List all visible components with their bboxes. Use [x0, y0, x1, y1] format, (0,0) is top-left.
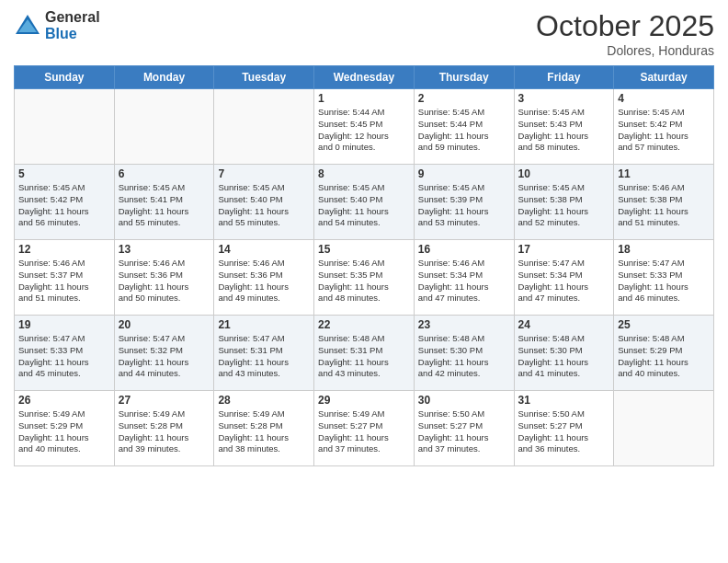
day-info: Sunrise: 5:50 AMSunset: 5:27 PMDaylight:… [418, 408, 510, 455]
calendar-day-30: 30Sunrise: 5:50 AMSunset: 5:27 PMDayligh… [414, 391, 514, 466]
calendar-day-25: 25Sunrise: 5:48 AMSunset: 5:29 PMDayligh… [614, 316, 714, 391]
day-info: Sunrise: 5:47 AMSunset: 5:31 PMDaylight:… [218, 333, 310, 380]
day-info: Sunrise: 5:47 AMSunset: 5:32 PMDaylight:… [119, 333, 210, 380]
day-info: Sunrise: 5:48 AMSunset: 5:29 PMDaylight:… [618, 333, 710, 380]
calendar-day-10: 10Sunrise: 5:45 AMSunset: 5:38 PMDayligh… [514, 165, 614, 240]
calendar-day-17: 17Sunrise: 5:47 AMSunset: 5:34 PMDayligh… [514, 240, 614, 316]
calendar-header-row: SundayMondayTuesdayWednesdayThursdayFrid… [15, 66, 714, 89]
calendar-day-27: 27Sunrise: 5:49 AMSunset: 5:28 PMDayligh… [114, 391, 214, 466]
day-number: 29 [318, 394, 410, 407]
day-number: 17 [518, 243, 610, 256]
day-number: 12 [18, 243, 110, 256]
day-info: Sunrise: 5:46 AMSunset: 5:34 PMDaylight:… [418, 258, 510, 304]
day-number: 22 [318, 318, 410, 331]
logo-icon [14, 12, 41, 40]
calendar-empty [614, 391, 714, 466]
calendar-day-13: 13Sunrise: 5:46 AMSunset: 5:36 PMDayligh… [114, 240, 214, 316]
day-number: 6 [119, 167, 210, 180]
logo-text: General Blue [45, 9, 100, 41]
calendar-header-tuesday: Tuesday [214, 66, 314, 89]
calendar-day-18: 18Sunrise: 5:47 AMSunset: 5:33 PMDayligh… [614, 240, 714, 316]
calendar-header-saturday: Saturday [614, 66, 714, 89]
calendar-day-21: 21Sunrise: 5:47 AMSunset: 5:31 PMDayligh… [214, 316, 314, 391]
day-info: Sunrise: 5:45 AMSunset: 5:38 PMDaylight:… [518, 182, 610, 229]
logo: General Blue [14, 9, 100, 41]
day-number: 15 [318, 243, 410, 256]
calendar-week-row: 12Sunrise: 5:46 AMSunset: 5:37 PMDayligh… [15, 240, 714, 316]
calendar-day-22: 22Sunrise: 5:48 AMSunset: 5:31 PMDayligh… [314, 316, 415, 391]
day-info: Sunrise: 5:44 AMSunset: 5:45 PMDaylight:… [318, 107, 410, 154]
day-info: Sunrise: 5:45 AMSunset: 5:40 PMDaylight:… [218, 182, 310, 229]
day-number: 9 [418, 167, 510, 180]
day-number: 2 [418, 92, 510, 105]
day-number: 24 [518, 318, 610, 331]
header: General Blue October 2025 Dolores, Hondu… [14, 9, 714, 58]
day-number: 10 [518, 167, 610, 180]
calendar-day-9: 9Sunrise: 5:45 AMSunset: 5:39 PMDaylight… [414, 165, 514, 240]
day-info: Sunrise: 5:45 AMSunset: 5:44 PMDaylight:… [418, 107, 510, 154]
calendar-day-24: 24Sunrise: 5:48 AMSunset: 5:30 PMDayligh… [514, 316, 614, 391]
calendar-header-sunday: Sunday [15, 66, 115, 89]
day-info: Sunrise: 5:49 AMSunset: 5:28 PMDaylight:… [119, 408, 210, 455]
day-number: 5 [18, 167, 110, 180]
calendar-empty [15, 89, 115, 165]
calendar-header-wednesday: Wednesday [314, 66, 415, 89]
calendar-day-19: 19Sunrise: 5:47 AMSunset: 5:33 PMDayligh… [15, 316, 115, 391]
day-info: Sunrise: 5:48 AMSunset: 5:30 PMDaylight:… [518, 333, 610, 380]
calendar-day-6: 6Sunrise: 5:45 AMSunset: 5:41 PMDaylight… [114, 165, 214, 240]
day-info: Sunrise: 5:49 AMSunset: 5:29 PMDaylight:… [18, 408, 110, 455]
calendar-day-1: 1Sunrise: 5:44 AMSunset: 5:45 PMDaylight… [314, 89, 415, 165]
day-number: 7 [218, 167, 310, 180]
day-info: Sunrise: 5:45 AMSunset: 5:39 PMDaylight:… [418, 182, 510, 229]
calendar-day-7: 7Sunrise: 5:45 AMSunset: 5:40 PMDaylight… [214, 165, 314, 240]
day-info: Sunrise: 5:46 AMSunset: 5:36 PMDaylight:… [119, 258, 210, 304]
day-number: 23 [418, 318, 510, 331]
day-info: Sunrise: 5:46 AMSunset: 5:35 PMDaylight:… [318, 258, 410, 304]
calendar-header-thursday: Thursday [414, 66, 514, 89]
day-info: Sunrise: 5:45 AMSunset: 5:41 PMDaylight:… [119, 182, 210, 229]
day-number: 19 [18, 318, 110, 331]
calendar-week-row: 26Sunrise: 5:49 AMSunset: 5:29 PMDayligh… [15, 391, 714, 466]
day-number: 27 [119, 394, 210, 407]
day-number: 3 [518, 92, 610, 105]
day-number: 20 [119, 318, 210, 331]
day-number: 18 [618, 243, 710, 256]
month-title: October 2025 [536, 9, 714, 43]
day-info: Sunrise: 5:48 AMSunset: 5:31 PMDaylight:… [318, 333, 410, 380]
calendar-empty [114, 89, 214, 165]
day-number: 16 [418, 243, 510, 256]
day-info: Sunrise: 5:50 AMSunset: 5:27 PMDaylight:… [518, 408, 610, 455]
calendar-header-monday: Monday [114, 66, 214, 89]
location-subtitle: Dolores, Honduras [536, 43, 714, 58]
day-info: Sunrise: 5:48 AMSunset: 5:30 PMDaylight:… [418, 333, 510, 380]
calendar-day-28: 28Sunrise: 5:49 AMSunset: 5:28 PMDayligh… [214, 391, 314, 466]
day-number: 28 [218, 394, 310, 407]
calendar-day-5: 5Sunrise: 5:45 AMSunset: 5:42 PMDaylight… [15, 165, 115, 240]
calendar-day-16: 16Sunrise: 5:46 AMSunset: 5:34 PMDayligh… [414, 240, 514, 316]
day-number: 25 [618, 318, 710, 331]
day-info: Sunrise: 5:47 AMSunset: 5:33 PMDaylight:… [618, 258, 710, 304]
calendar: SundayMondayTuesdayWednesdayThursdayFrid… [14, 65, 714, 466]
page: General Blue October 2025 Dolores, Hondu… [0, 0, 728, 563]
calendar-day-14: 14Sunrise: 5:46 AMSunset: 5:36 PMDayligh… [214, 240, 314, 316]
calendar-week-row: 19Sunrise: 5:47 AMSunset: 5:33 PMDayligh… [15, 316, 714, 391]
day-info: Sunrise: 5:49 AMSunset: 5:27 PMDaylight:… [318, 408, 410, 455]
day-number: 4 [618, 92, 710, 105]
day-number: 11 [618, 167, 710, 180]
day-number: 14 [218, 243, 310, 256]
day-info: Sunrise: 5:46 AMSunset: 5:36 PMDaylight:… [218, 258, 310, 304]
calendar-week-row: 5Sunrise: 5:45 AMSunset: 5:42 PMDaylight… [15, 165, 714, 240]
calendar-day-26: 26Sunrise: 5:49 AMSunset: 5:29 PMDayligh… [15, 391, 115, 466]
day-info: Sunrise: 5:45 AMSunset: 5:43 PMDaylight:… [518, 107, 610, 154]
day-number: 30 [418, 394, 510, 407]
calendar-week-row: 1Sunrise: 5:44 AMSunset: 5:45 PMDaylight… [15, 89, 714, 165]
calendar-day-29: 29Sunrise: 5:49 AMSunset: 5:27 PMDayligh… [314, 391, 415, 466]
calendar-day-11: 11Sunrise: 5:46 AMSunset: 5:38 PMDayligh… [614, 165, 714, 240]
calendar-day-15: 15Sunrise: 5:46 AMSunset: 5:35 PMDayligh… [314, 240, 415, 316]
logo-blue: Blue [45, 26, 100, 42]
calendar-day-3: 3Sunrise: 5:45 AMSunset: 5:43 PMDaylight… [514, 89, 614, 165]
title-block: October 2025 Dolores, Honduras [536, 9, 714, 58]
calendar-day-12: 12Sunrise: 5:46 AMSunset: 5:37 PMDayligh… [15, 240, 115, 316]
calendar-day-2: 2Sunrise: 5:45 AMSunset: 5:44 PMDaylight… [414, 89, 514, 165]
day-info: Sunrise: 5:46 AMSunset: 5:38 PMDaylight:… [618, 182, 710, 229]
